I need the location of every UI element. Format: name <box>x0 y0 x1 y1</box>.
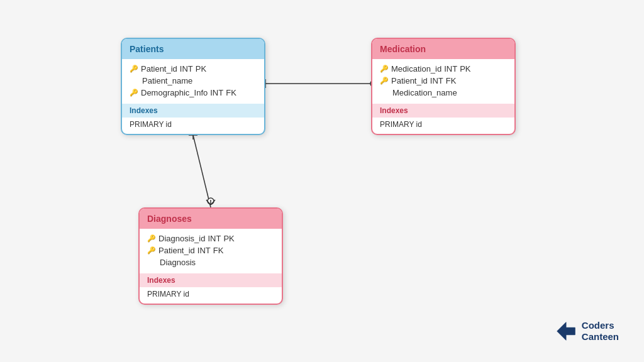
svg-line-12 <box>211 200 215 205</box>
diagnoses-table: Diagnoses 🔑 Diagnosis_id INT PK 🔑 Patien… <box>138 207 283 305</box>
medication-indexes-value: PRIMARY id <box>372 118 514 134</box>
medication-table: Medication 🔑 Medication_id INT PK 🔑 Pati… <box>371 38 516 135</box>
key-icon-1: 🔑 <box>130 65 138 73</box>
diagnoses-indexes-label: Indexes <box>140 273 282 287</box>
svg-line-7 <box>193 135 211 207</box>
diagnoses-field-1-name: Diagnosis_id <box>158 234 205 243</box>
diagnoses-table-body: 🔑 Diagnosis_id INT PK 🔑 Patient_id INT F… <box>140 229 282 273</box>
diagram-canvas: Patients 🔑 Patient_id INT PK Patient_nam… <box>0 0 644 362</box>
medication-field-1-constraint: PK <box>460 64 470 74</box>
diagnoses-field-1-type: INT <box>208 234 221 243</box>
svg-marker-14 <box>557 322 575 341</box>
patients-table: Patients 🔑 Patient_id INT PK Patient_nam… <box>121 38 265 135</box>
medication-field-2-name: Patient_id <box>391 76 428 85</box>
patients-field-2-name: Patient_name <box>142 76 192 85</box>
medication-table-header: Medication <box>372 39 514 59</box>
medication-indexes-label: Indexes <box>372 104 514 118</box>
patients-field-3-type: INT <box>210 88 223 97</box>
diagnoses-field-3-name: Diagnosis <box>160 258 196 267</box>
patients-table-header: Patients <box>122 39 264 59</box>
key-icon-diag-2: 🔑 <box>147 246 156 255</box>
diagnoses-field-2-constraint: FK <box>213 246 224 255</box>
svg-line-11 <box>206 200 211 205</box>
patients-field-1-type: INT <box>180 64 193 74</box>
diagnoses-table-header: Diagnoses <box>140 209 282 229</box>
patients-field-1: 🔑 Patient_id INT PK <box>130 63 257 75</box>
medication-field-2-type: INT <box>430 76 443 85</box>
patients-field-3: 🔑 Demographic_Info INT FK <box>130 87 257 99</box>
logo-text: Coders Canteen <box>582 320 619 343</box>
patients-indexes-label: Indexes <box>122 104 264 118</box>
medication-field-2-constraint: FK <box>446 76 457 85</box>
diagnoses-field-2: 🔑 Patient_id INT FK <box>147 244 274 256</box>
patients-field-1-constraint: PK <box>196 64 206 74</box>
patients-field-2: Patient_name <box>130 75 257 87</box>
medication-field-3-name: Medication_name <box>392 88 457 97</box>
medication-field-1-name: Medication_id <box>391 64 441 74</box>
patients-field-3-name: Demographic_Info <box>141 88 208 97</box>
patients-indexes-value: PRIMARY id <box>122 118 264 134</box>
key-icon-diag-1: 🔑 <box>147 234 156 243</box>
logo-icon <box>554 319 578 343</box>
connectors-svg <box>0 0 644 362</box>
logo-line2: Canteen <box>582 331 619 343</box>
key-icon-med-2: 🔑 <box>380 77 389 85</box>
logo-line1: Coders <box>582 320 619 331</box>
medication-field-3: Medication_name <box>380 87 507 99</box>
medication-field-1-type: INT <box>444 64 457 74</box>
medication-field-2: 🔑 Patient_id INT FK <box>380 75 507 87</box>
patients-field-3-constraint: FK <box>226 88 236 97</box>
logo: Coders Canteen <box>554 319 619 343</box>
svg-point-10 <box>208 198 214 204</box>
diagnoses-field-1: 🔑 Diagnosis_id INT PK <box>147 233 274 244</box>
diagnoses-field-3: Diagnosis <box>147 256 274 268</box>
diagnoses-field-2-type: INT <box>197 246 211 255</box>
patients-field-1-name: Patient_id <box>141 64 177 74</box>
key-icon-3: 🔑 <box>130 89 138 97</box>
medication-table-body: 🔑 Medication_id INT PK 🔑 Patient_id INT … <box>372 59 514 104</box>
key-icon-med-1: 🔑 <box>380 65 389 73</box>
patients-table-body: 🔑 Patient_id INT PK Patient_name 🔑 Demog… <box>122 59 264 104</box>
diagnoses-field-2-name: Patient_id <box>158 246 195 255</box>
diagnoses-indexes-value: PRIMARY id <box>140 287 282 304</box>
medication-field-1: 🔑 Medication_id INT PK <box>380 63 507 75</box>
diagnoses-field-1-constraint: PK <box>223 234 234 243</box>
